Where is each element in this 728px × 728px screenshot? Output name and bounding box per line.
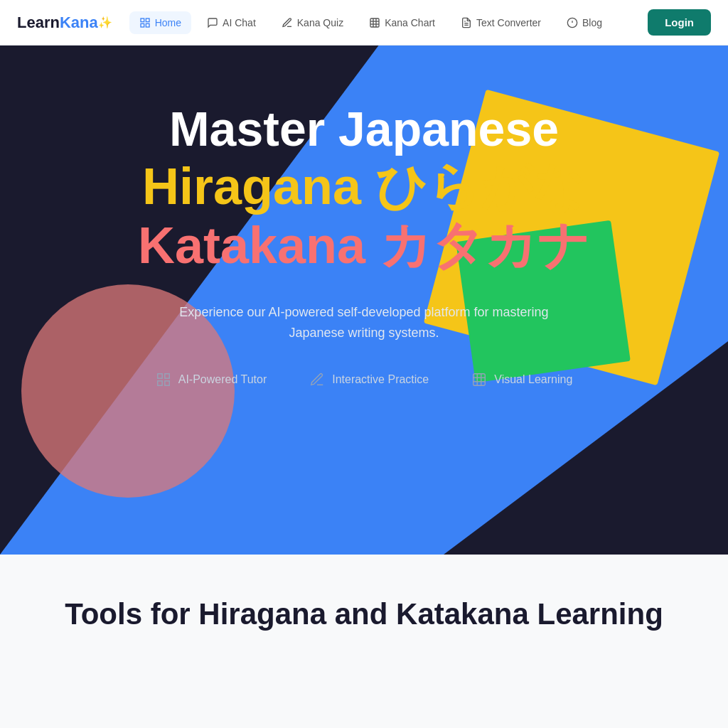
hero-content: Master Japanese Hiragana ひらがな Katakana カ… [0, 46, 728, 555]
feature-ai-tutor-label: AI-Powered Tutor [178, 373, 267, 386]
nav-blog[interactable]: Blog [557, 11, 612, 34]
converter-icon [461, 17, 472, 28]
nav-text-converter-label: Text Converter [476, 17, 541, 28]
feature-interactive: Interactive Practice [309, 372, 429, 387]
hero-features: AI-Powered Tutor Interactive Practice Vi… [156, 372, 573, 387]
svg-rect-1 [146, 18, 149, 22]
nav-home[interactable]: Home [129, 11, 191, 34]
svg-rect-18 [473, 374, 486, 386]
nav-home-label: Home [155, 17, 181, 28]
section-title: Tools for Hiragana and Katakana Learning [43, 597, 685, 631]
ai-tutor-icon [156, 372, 171, 387]
hiragana-jp: ひらがな [375, 158, 586, 215]
svg-rect-4 [370, 18, 379, 27]
svg-rect-14 [157, 374, 161, 378]
login-button[interactable]: Login [648, 9, 711, 36]
chat-icon [207, 17, 218, 28]
nav-kana-chart-label: Kana Chart [385, 17, 435, 28]
quiz-icon [282, 17, 293, 28]
svg-rect-17 [157, 381, 161, 385]
brand-learn: Learn [17, 14, 60, 32]
navbar: LearnKana✨ Home AI Chat Kana Quiz Kana C… [0, 0, 728, 46]
hero-subtitle: Experience our AI-powered self-developed… [151, 302, 577, 343]
svg-rect-15 [165, 374, 169, 378]
brand-star: ✨ [98, 16, 112, 29]
nav-ai-chat[interactable]: AI Chat [197, 11, 266, 34]
visual-icon [471, 372, 487, 387]
svg-rect-16 [165, 381, 169, 385]
nav-blog-label: Blog [582, 17, 602, 28]
feature-visual: Visual Learning [471, 372, 572, 387]
nav-kana-quiz[interactable]: Kana Quiz [272, 11, 353, 34]
home-icon [139, 17, 151, 28]
hero-section: Master Japanese Hiragana ひらがな Katakana カ… [0, 46, 728, 555]
svg-rect-2 [146, 23, 149, 27]
blog-icon [567, 17, 578, 28]
hero-title-hiragana: Hiragana ひらがな [142, 159, 586, 215]
nav-ai-chat-label: AI Chat [223, 17, 256, 28]
nav-text-converter[interactable]: Text Converter [451, 11, 551, 34]
feature-ai-tutor: AI-Powered Tutor [156, 372, 267, 387]
katakana-jp: カタカナ [380, 217, 590, 274]
interactive-icon [309, 372, 325, 387]
hiragana-latin: Hiragana [142, 158, 361, 215]
katakana-latin: Katakana [138, 217, 365, 274]
feature-visual-label: Visual Learning [494, 373, 572, 386]
nav-kana-chart[interactable]: Kana Chart [359, 11, 445, 34]
nav-kana-quiz-label: Kana Quiz [297, 17, 343, 28]
svg-rect-3 [141, 23, 144, 27]
hero-title-english: Master Japanese [169, 102, 559, 156]
brand-logo[interactable]: LearnKana✨ [17, 14, 112, 32]
hero-title-katakana: Katakana カタカナ [138, 218, 590, 274]
brand-kana: Kana [60, 14, 98, 32]
feature-interactive-label: Interactive Practice [332, 373, 429, 386]
tools-section: Tools for Hiragana and Katakana Learning [0, 555, 728, 660]
svg-rect-0 [141, 18, 144, 22]
chart-icon [369, 17, 380, 28]
